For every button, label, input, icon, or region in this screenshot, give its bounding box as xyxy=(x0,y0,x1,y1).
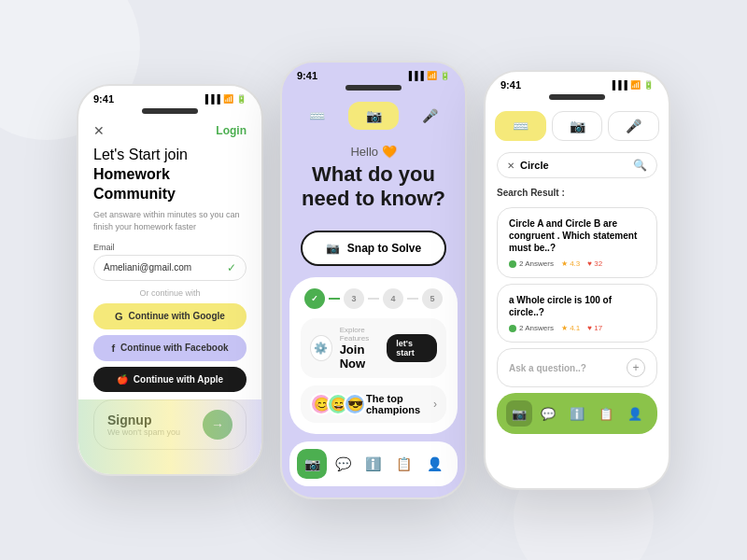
hello-text: Hello 🧡 xyxy=(297,145,450,159)
email-value: Ameliani@gmail.com xyxy=(104,262,191,273)
add-question-button[interactable]: + xyxy=(627,358,645,377)
phone1-gradient xyxy=(78,399,261,474)
champions-arrow-icon: › xyxy=(433,398,437,411)
apple-button[interactable]: 🍎 Continue with Apple xyxy=(93,367,247,392)
result-meta-1: 2 Answers ★ 4.3 ♥ 32 xyxy=(509,259,645,268)
step-line-3 xyxy=(407,298,418,300)
phone1-title: Let's Start join Homework Community xyxy=(93,146,247,203)
tab3-mic[interactable]: 🎤 xyxy=(608,111,659,141)
result-question-2: a Whole circle is 100 of circle..? xyxy=(509,294,645,318)
lets-start-button[interactable]: let's start xyxy=(387,334,437,362)
nav3-user[interactable]: 👤 xyxy=(622,400,648,427)
phone3-bottom-nav: 📷 💬 ℹ️ 📋 👤 xyxy=(497,393,657,434)
answers-count-1: 2 Answers xyxy=(519,259,554,268)
nav3-camera[interactable]: 📷 xyxy=(506,400,532,427)
phone2-white-card: ✓ 3 4 5 ⚙️ Explore Features Join Now let… xyxy=(289,277,458,434)
search-result-label: Search Result : xyxy=(486,184,669,202)
step-1: ✓ xyxy=(304,288,325,309)
search-bar[interactable]: ✕ Circle 🔍 xyxy=(497,152,657,178)
star-rating-1: ★ 4.3 xyxy=(561,259,580,268)
email-input[interactable]: Ameliani@gmail.com ✓ xyxy=(93,255,247,281)
join-icon: ⚙️ xyxy=(310,335,332,361)
close-button[interactable]: ✕ xyxy=(93,123,105,138)
title-normal: Let's Start join xyxy=(93,147,188,162)
login-link[interactable]: Login xyxy=(216,124,247,137)
google-icon: G xyxy=(115,311,123,322)
phone1-status-icons: ▐▐▐ 📶 🔋 xyxy=(203,94,247,104)
join-now-row: ⚙️ Explore Features Join Now let's start xyxy=(301,318,446,378)
heart-count-1: ♥ 32 xyxy=(587,259,602,268)
nav-user[interactable]: 👤 xyxy=(420,449,450,479)
phone3-tabs: ⌨️ 📷 🎤 xyxy=(486,105,669,147)
explore-label: Explore Features xyxy=(340,326,388,343)
phone3-time: 9:41 xyxy=(500,79,521,91)
step-2: 3 xyxy=(344,288,364,309)
facebook-label: Continue with Facebook xyxy=(120,343,229,353)
nav3-chat[interactable]: 💬 xyxy=(535,400,561,427)
phone-2: 9:41 ▐▐▐ 📶 🔋 ⌨️ 📷 🎤 Hello 🧡 What do you … xyxy=(280,61,467,499)
phones-container: 9:41 ▐▐▐ 📶 🔋 ✕ Login Let's Start join Ho… xyxy=(77,61,670,499)
step-3: 4 xyxy=(383,288,403,309)
answers-dot-1 xyxy=(509,260,516,268)
champions-row: 😊 😄 😎 The top champions › xyxy=(301,385,446,423)
nav-info[interactable]: ℹ️ xyxy=(359,449,388,479)
result-card-1: Circle A and Circle B are congruent . Wh… xyxy=(497,207,657,278)
answers-dot-2 xyxy=(509,325,516,332)
apple-label: Continue with Apple xyxy=(134,374,223,385)
phone-1: 9:41 ▐▐▐ 📶 🔋 ✕ Login Let's Start join Ho… xyxy=(77,84,263,476)
phone2-tabs: ⌨️ 📷 🎤 xyxy=(282,96,465,135)
email-label: Email xyxy=(93,243,247,252)
facebook-button[interactable]: f Continue with Facebook xyxy=(93,335,247,361)
join-texts: Explore Features Join Now xyxy=(340,326,388,371)
phone1-status-bar: 9:41 ▐▐▐ 📶 🔋 xyxy=(78,86,261,108)
phone1-subtitle: Get answare within minutes so you can fi… xyxy=(93,209,247,232)
main-question: What do you need to know? xyxy=(297,162,450,212)
nav-chat[interactable]: 💬 xyxy=(328,449,358,479)
nav3-list[interactable]: 📋 xyxy=(593,400,619,427)
tab-keyboard[interactable]: ⌨️ xyxy=(291,102,343,130)
phone1-time: 9:41 xyxy=(93,93,114,105)
avatar-3: 😎 xyxy=(344,393,366,415)
divider-text: Or continue with xyxy=(93,288,247,298)
ask-label: Ask a question..? xyxy=(509,363,586,373)
result-question-1: Circle A and Circle B are congruent . Wh… xyxy=(509,217,645,254)
tab3-camera[interactable]: 📷 xyxy=(552,111,603,141)
phone2-status-bar: 9:41 ▐▐▐ 📶 🔋 xyxy=(282,63,465,85)
answers-badge-2: 2 Answers xyxy=(509,324,554,332)
apple-icon: 🍎 xyxy=(117,374,128,385)
phone2-hello-section: Hello 🧡 What do you need to know? xyxy=(282,135,465,219)
phone1-notch xyxy=(142,108,198,114)
snap-label: Snap to Solve xyxy=(347,242,421,255)
search-input[interactable]: Circle xyxy=(520,160,627,171)
search-icon[interactable]: 🔍 xyxy=(633,159,647,172)
ask-question-card[interactable]: Ask a question..? + xyxy=(497,348,657,387)
snap-to-solve-button[interactable]: 📷 Snap to Solve xyxy=(301,231,446,266)
champion-avatars: 😊 😄 😎 xyxy=(310,393,366,415)
google-button[interactable]: G Continue with Google xyxy=(93,303,247,329)
facebook-icon: f xyxy=(111,343,115,354)
search-close-icon[interactable]: ✕ xyxy=(507,161,514,171)
nav-list[interactable]: 📋 xyxy=(389,449,419,479)
result-meta-2: 2 Answers ★ 4.1 ♥ 17 xyxy=(509,324,645,332)
step-line-2 xyxy=(368,298,379,300)
check-icon: ✓ xyxy=(227,261,236,274)
phone2-time: 9:41 xyxy=(297,70,317,81)
phone2-bottom-nav: 📷 💬 ℹ️ 📋 👤 xyxy=(289,441,458,486)
snap-camera-icon: 📷 xyxy=(326,242,340,255)
phone3-status-bar: 9:41 ▐▐▐ 📶 🔋 xyxy=(486,72,669,94)
result-card-2: a Whole circle is 100 of circle..? 2 Ans… xyxy=(497,284,657,343)
join-left: ⚙️ Explore Features Join Now xyxy=(310,326,387,371)
phone1-header: ✕ Login xyxy=(78,119,261,146)
phone-3: 9:41 ▐▐▐ 📶 🔋 ⌨️ 📷 🎤 ✕ Circle 🔍 Search Re… xyxy=(484,70,670,490)
phone3-notch xyxy=(549,94,605,100)
champions-label: The top champions xyxy=(366,393,433,415)
nav-camera[interactable]: 📷 xyxy=(297,449,327,479)
tab-camera[interactable]: 📷 xyxy=(348,102,400,130)
nav3-info[interactable]: ℹ️ xyxy=(564,400,590,427)
google-label: Continue with Google xyxy=(129,311,225,321)
step-line-1 xyxy=(329,298,340,300)
step-4: 5 xyxy=(422,288,443,309)
tab-mic[interactable]: 🎤 xyxy=(404,102,456,130)
heart-count-2: ♥ 17 xyxy=(587,324,602,332)
tab3-keyboard[interactable]: ⌨️ xyxy=(495,111,546,141)
